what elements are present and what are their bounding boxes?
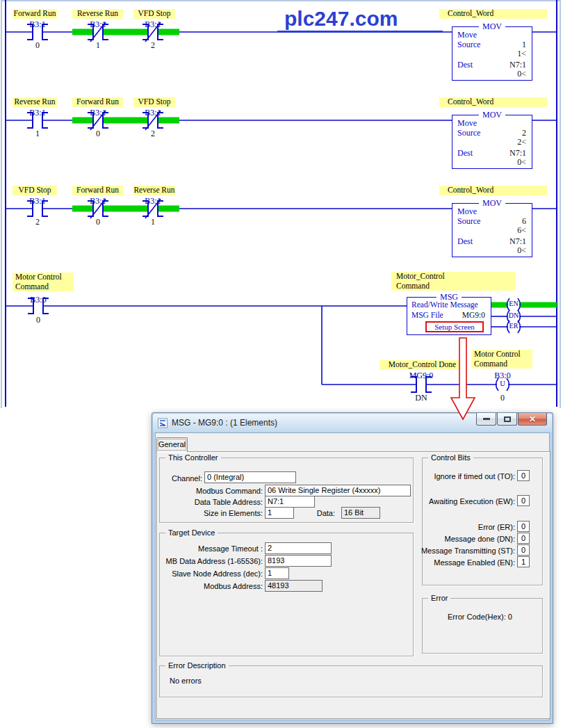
msg-file-label: MSG File [411,311,443,320]
msg-block[interactable]: MSG Read/Write Message MSG FileMG9:0 Set… [407,297,491,335]
mov-dest-key: Dest [457,149,473,158]
mov-source-live: 1< [517,49,526,58]
mov-source-label: Source [457,129,480,138]
control-bit-label: Message Transmitting (ST): [416,547,515,556]
group-target-device: Target Device Message Timeout : 2 MB Dat… [159,533,414,656]
contact-label-line1: Motor Control [15,273,74,282]
contact-address: B3:1 [21,196,54,207]
contact-label: Reverse Run [133,186,175,195]
maximize-icon [504,416,511,422]
mov-op: Move [457,31,477,40]
data-input[interactable]: 16 Bit [341,507,380,519]
contact-address: B3:1 [136,19,170,30]
close-button[interactable]: ✕ [518,413,547,426]
contact-label: Forward Run [72,97,123,107]
mov-source-live: 2< [517,138,526,147]
size-in-elements-label: Size in Elements: [160,509,263,518]
contact-label: VFD Stop [133,97,175,107]
size-in-elements-input[interactable]: 1 [265,507,294,519]
contact-label: Reverse Run [13,97,57,107]
data-label: Data: [299,509,335,518]
contact-bit: 1 [81,40,115,51]
coil-en-label: EN [505,300,522,307]
maximize-button[interactable] [497,413,517,426]
contact-bit: 2 [136,129,170,139]
watermark-text: plc247.com [277,7,443,33]
group-error-description: Error Description No errors [159,665,543,697]
message-timeout-input[interactable]: 2 [265,542,332,554]
mov-source-live: 6< [517,226,526,235]
msg-block-label: Motor_Control Command [391,272,515,291]
contact-label: Forward Run [13,9,57,19]
control-bit-st[interactable]: 0 [517,544,530,556]
unlatch-symbol: U [494,380,511,387]
contact-label: Motor Control Command [13,273,74,291]
data-table-address-input[interactable]: N7:1 [265,496,315,508]
tab-general[interactable]: General [156,437,188,452]
mov-dest-key: Dest [457,60,473,70]
control-bit-er[interactable]: 0 [517,521,530,532]
coil-label-line1: Motor Control [474,350,532,359]
modbus-address-label: Modbus Address: [160,582,263,591]
contact-label: VFD Stop [13,186,57,195]
control-bit-label: Error (ER): [416,523,515,532]
group-legend: Error Description [165,661,229,670]
control-bit-ew[interactable]: 0 [517,495,530,506]
setup-screen-callout-arrow [445,334,487,424]
msg-label-line1: Motor_Control [396,272,515,282]
mb-data-address-input[interactable]: 8193 [265,555,332,567]
control-bit-label: Awaiting Execution (EW): [416,497,515,506]
error-code-text: Error Code(Hex): 0 [448,613,512,621]
group-control-bits: Control Bits Ignore if timed out (TO): 0… [422,458,543,585]
mov-block[interactable]: MOV Move Source2 2< DestN7:1 0< [452,115,532,169]
control-bit-to[interactable]: 0 [517,470,530,481]
contact-bit: 0 [21,40,54,51]
msg-setup-dialog: MSG - MG9:0 : (1 Elements) ✕ General Thi… [152,412,553,724]
contact-bit: 0 [81,129,115,139]
control-bit-label: Message Enabled (EN): [416,558,515,567]
contact-label: Reverse Run [72,9,123,19]
contact-bit: 1 [136,217,170,227]
minimize-button[interactable] [476,413,496,426]
contact-bit: DN [405,393,438,403]
slave-node-address-input[interactable]: 1 [265,567,289,579]
mov-block-title: MOV [479,110,505,120]
slave-node-address-label: Slave Node Address (dec): [160,569,263,579]
msg-label-line2: Command [396,282,515,291]
contact-address: B3:1 [21,108,54,118]
msg-row1: Read/Write Message [411,300,478,309]
contact-label: Motor_Control Done [380,360,465,370]
channel-label: Channel: [161,474,202,483]
mov-source-label: Source [457,217,480,226]
setup-screen-button[interactable]: Setup Screen [425,321,484,332]
mov-block[interactable]: MOV Move Source1 1< DestN7:1 0< [452,26,532,81]
rslogix-ladder-view: plc247.com Forward Run Reverse Run VFD S… [0,0,563,728]
group-this-controller: This Controller Channel: 0 (Integral) Mo… [159,458,414,523]
mov-dest-live: 0< [517,246,526,255]
coil-dn-label: DN [505,312,522,319]
data-table-address-label: Data Table Address: [160,498,263,507]
control-bit-dn[interactable]: 0 [517,533,530,544]
contact-bit: 0 [22,315,55,325]
group-error: Error Error Code(Hex): 0 [422,598,543,654]
mov-dest-key: Dest [457,237,473,246]
contact-address: B3:1 [136,108,170,118]
contact-address: B3:1 [136,196,170,207]
modbus-address-input[interactable]: 48193 [265,580,323,592]
mov-block[interactable]: MOV Move Source6 6< DestN7:1 0< [452,203,532,257]
contact-address: B3:1 [81,196,115,207]
control-bit-label: Message done (DN): [416,535,515,544]
mov-source-label: Source [457,40,480,49]
mov-dest-live: 0< [517,158,526,167]
contact-bit: 0 [81,217,115,227]
mov-block-title: MOV [479,198,505,208]
mov-block-title: MOV [479,22,505,31]
contact-label: Forward Run [72,186,123,195]
msg-en-energized-highlight [491,302,557,308]
channel-input[interactable]: 0 (Integral) [204,471,296,483]
control-bit-en[interactable]: 1 [517,556,530,567]
control-bit-label: Ignore if timed out (TO): [416,472,515,481]
message-timeout-label: Message Timeout : [160,544,263,553]
modbus-command-input[interactable]: 06 Write Single Register (4xxxxx) [265,485,411,496]
coil-label-line2: Command [474,359,532,369]
